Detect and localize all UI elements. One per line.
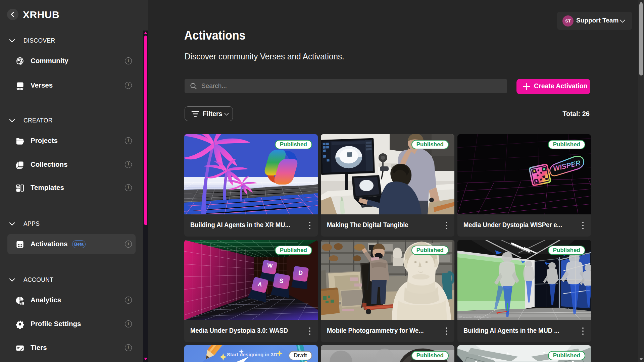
svg-text:D: D: [298, 269, 303, 276]
svg-text:XR Verse Agls - MUD Environmen: XR Verse Agls - MUD Environment: [459, 316, 491, 318]
svg-text:S: S: [279, 277, 284, 285]
svg-text:W: W: [267, 262, 273, 269]
svg-text:Start designing in 3D: Start designing in 3D: [227, 352, 277, 357]
